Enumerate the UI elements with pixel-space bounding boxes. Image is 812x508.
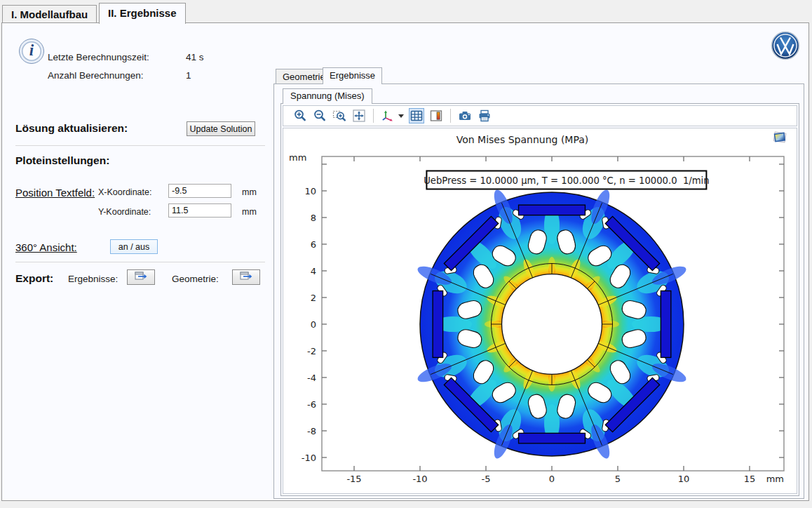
toolbar-separator bbox=[373, 109, 374, 123]
x-coordinate-label: X-Koordinate: bbox=[98, 187, 151, 197]
plot-settings-heading: Ploteinstellungen: bbox=[15, 154, 109, 167]
export-heading: Export: bbox=[15, 272, 53, 285]
svg-text:-10: -10 bbox=[412, 474, 427, 484]
plot-canvas[interactable]: -15-10-5051015-10-8-6-4-20246810mmmmVon … bbox=[283, 128, 797, 494]
color-legend-icon[interactable] bbox=[428, 108, 444, 123]
snapshot-camera-icon[interactable] bbox=[457, 108, 473, 123]
zoom-extents-icon[interactable] bbox=[351, 108, 367, 123]
export-icon bbox=[135, 272, 147, 283]
export-results-button[interactable] bbox=[127, 269, 155, 285]
svg-text:-8: -8 bbox=[307, 426, 316, 436]
svg-text:mm: mm bbox=[289, 152, 306, 163]
svg-text:0: 0 bbox=[311, 319, 316, 330]
last-computation-label: Letzte Berechnungszeit: bbox=[48, 52, 149, 62]
toolbar-separator bbox=[450, 109, 451, 123]
svg-text:0: 0 bbox=[549, 474, 555, 484]
zoom-to-selection-icon[interactable] bbox=[332, 108, 347, 123]
svg-text:2: 2 bbox=[311, 293, 316, 303]
svg-text:mm: mm bbox=[766, 474, 784, 484]
tab-ergebnisse[interactable]: II. Ergebnisse bbox=[99, 3, 186, 24]
x-coordinate-unit: mm bbox=[242, 187, 257, 197]
y-coordinate-label: Y-Koordinate: bbox=[98, 207, 151, 217]
svg-text:-15: -15 bbox=[346, 474, 361, 484]
divider bbox=[15, 145, 265, 146]
view-360-label: 360° Ansicht: bbox=[15, 241, 77, 253]
x-coordinate-input[interactable] bbox=[168, 184, 231, 198]
view-360-toggle-button[interactable]: an / aus bbox=[110, 239, 158, 254]
zoom-out-icon[interactable] bbox=[312, 108, 327, 123]
svg-text:-2: -2 bbox=[307, 346, 316, 356]
zoom-in-icon[interactable] bbox=[292, 108, 308, 123]
export-geometry-label: Geometrie: bbox=[172, 274, 219, 284]
svg-text:10: 10 bbox=[304, 186, 316, 196]
text-position-label: Position Textfeld: bbox=[15, 187, 95, 199]
svg-text:8: 8 bbox=[311, 213, 316, 223]
svg-text:10: 10 bbox=[678, 474, 690, 484]
von-mises-plot: -15-10-5051015-10-8-6-4-20246810mmmmVon … bbox=[283, 128, 798, 495]
axis-orientation-icon[interactable] bbox=[380, 108, 395, 123]
svg-text:5: 5 bbox=[615, 474, 621, 484]
grid-icon[interactable] bbox=[409, 108, 424, 123]
svg-text:15: 15 bbox=[744, 474, 756, 484]
dropdown-caret-icon[interactable] bbox=[398, 114, 404, 118]
computation-count-value: 1 bbox=[186, 70, 191, 81]
export-icon bbox=[240, 272, 252, 283]
info-icon: i bbox=[19, 39, 44, 64]
svg-text:6: 6 bbox=[311, 239, 316, 250]
y-coordinate-unit: mm bbox=[242, 207, 257, 217]
tab-spannung-mises[interactable]: Spannung (Mises) bbox=[283, 88, 372, 104]
plot-image-icon[interactable] bbox=[771, 131, 788, 145]
application-window: I. Modellaufbau II. Ergebnisse i Letzte … bbox=[0, 0, 812, 508]
svg-text:-6: -6 bbox=[307, 399, 316, 410]
update-solution-label: Lösung aktualisieren: bbox=[15, 122, 128, 135]
svg-text:UebPress = 10.0000 µm, T = 100: UebPress = 10.0000 µm, T = 100.000 °C, n… bbox=[424, 175, 709, 186]
update-solution-button[interactable]: Update Solution bbox=[187, 121, 255, 136]
vw-logo bbox=[771, 31, 800, 60]
last-computation-value: 41 s bbox=[186, 52, 204, 62]
y-coordinate-input[interactable] bbox=[168, 203, 231, 218]
computation-count-label: Anzahl Berechnungen: bbox=[48, 70, 144, 81]
svg-text:-10: -10 bbox=[302, 453, 316, 463]
print-icon[interactable] bbox=[477, 108, 492, 123]
tab-modellaufbau[interactable]: I. Modellaufbau bbox=[2, 5, 97, 23]
plot-toolbar bbox=[283, 105, 797, 126]
svg-text:-4: -4 bbox=[307, 373, 316, 383]
divider bbox=[15, 262, 265, 262]
export-geometry-button[interactable] bbox=[232, 269, 260, 285]
svg-text:4: 4 bbox=[311, 266, 316, 276]
export-results-label: Ergebnisse: bbox=[68, 274, 118, 284]
svg-text:Von Mises Spannung (MPa): Von Mises Spannung (MPa) bbox=[456, 134, 589, 145]
tab-ergebnisse-plot[interactable]: Ergebnisse bbox=[323, 67, 382, 84]
svg-text:-5: -5 bbox=[482, 474, 491, 484]
